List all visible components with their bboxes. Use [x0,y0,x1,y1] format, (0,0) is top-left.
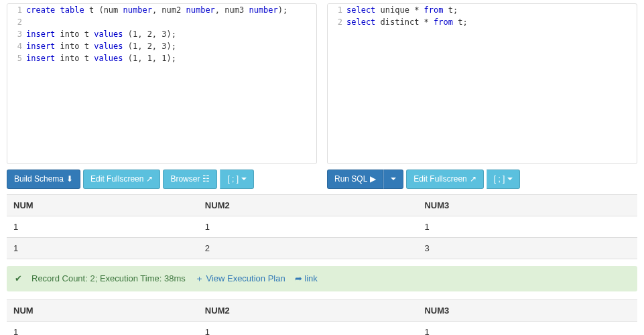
link-label: link [304,273,318,283]
terminator-label: [ ; ] [227,174,239,185]
table-row: 123 [7,237,637,259]
edit-fullscreen-label: Edit Fullscreen [90,174,143,185]
run-sql-dropdown[interactable] [383,170,403,189]
browser-label: Browser [170,174,200,185]
status-summary: Record Count: 2; Execution Time: 38ms [31,273,186,283]
query-editor[interactable]: 1select unique * from t;2select distinct… [327,3,637,164]
edit-fullscreen-label: Edit Fullscreen [413,174,466,185]
table-row: 111 [7,321,637,335]
table-cell: 3 [417,237,637,259]
code-line[interactable]: insert into t values (1, 2, 3); [26,40,176,52]
code-line[interactable]: insert into t values (1, 1, 1); [26,52,176,64]
table-row: 111 [7,216,637,237]
code-line[interactable]: select unique * from t; [346,4,458,16]
line-number: 2 [328,16,346,28]
schema-toolbar: Build Schema ⬇ Edit Fullscreen ↗ Browser… [7,170,317,189]
table-cell: 2 [198,237,418,259]
chevron-down-icon [507,178,513,180]
tree-icon: ☷ [202,174,210,185]
fullscreen-icon: ↗ [146,174,153,185]
table-cell: 1 [198,321,418,335]
download-icon: ⬇ [66,174,73,185]
edit-fullscreen-query-button[interactable]: Edit Fullscreen ↗ [406,170,483,189]
view-execution-plan-link[interactable]: ＋ View Execution Plan [195,273,285,285]
table-cell: 1 [7,237,198,259]
table-cell: 1 [7,321,198,335]
execution-status: ✔ Record Count: 2; Execution Time: 38ms … [7,266,637,291]
table-cell: 1 [417,216,637,237]
table-cell: 1 [7,216,198,237]
run-sql-label: Run SQL [334,174,367,185]
build-schema-label: Build Schema [14,174,64,185]
terminator-query-button[interactable]: [ ; ] [487,170,521,189]
fullscreen-icon: ↗ [470,174,476,185]
chevron-down-icon [241,178,247,180]
query-toolbar: Run SQL ▶ Edit Fullscreen ↗ [ ; ] [327,170,637,189]
run-sql-button[interactable]: Run SQL ▶ [327,170,383,189]
code-line[interactable] [26,16,31,28]
code-line[interactable]: insert into t values (1, 2, 3); [26,28,176,40]
results-table-1: NUMNUM2NUM3 111123 [7,194,637,259]
column-header: NUM3 [417,194,637,216]
line-number: 4 [7,40,26,52]
view-plan-label: View Execution Plan [206,273,285,283]
line-number: 1 [7,4,26,16]
table-cell: 1 [417,321,637,335]
permalink-link[interactable]: ➦ link [295,273,318,283]
column-header: NUM2 [198,194,418,216]
table-cell: 1 [198,216,418,237]
line-number: 2 [7,16,26,28]
column-header: NUM [7,299,198,321]
edit-fullscreen-schema-button[interactable]: Edit Fullscreen ↗ [83,170,160,189]
plus-icon: ＋ [195,273,204,283]
line-number: 1 [328,4,346,16]
play-icon: ▶ [370,174,376,185]
browser-button[interactable]: Browser ☷ [163,170,217,189]
column-header: NUM [7,194,198,216]
code-line[interactable]: select distinct * from t; [346,16,468,28]
build-schema-button[interactable]: Build Schema ⬇ [7,170,80,189]
chevron-down-icon [391,178,396,180]
code-line[interactable]: create table t (num number, num2 number,… [26,4,287,16]
results-table-2: NUMNUM2NUM3 111123 [7,299,637,335]
check-icon: ✔ [15,273,22,283]
share-icon: ➦ [295,273,302,283]
schema-editor[interactable]: 1create table t (num number, num2 number… [7,3,317,164]
line-number: 3 [7,28,26,40]
terminator-schema-button[interactable]: [ ; ] [220,170,254,189]
column-header: NUM2 [198,299,418,321]
terminator-label: [ ; ] [494,174,505,185]
column-header: NUM3 [417,299,637,321]
line-number: 5 [7,52,26,64]
